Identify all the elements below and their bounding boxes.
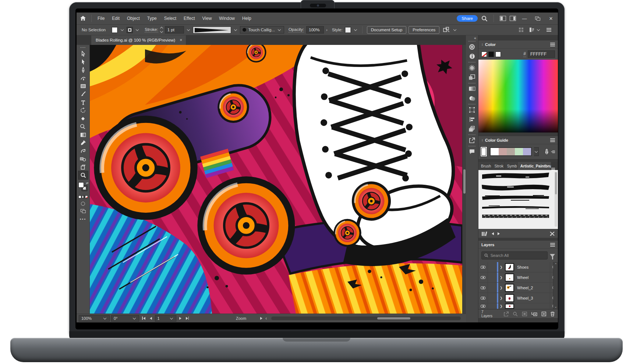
workspace-switcher-icon[interactable] xyxy=(510,16,516,21)
layer-thumbnail[interactable] xyxy=(505,284,514,292)
type-tool[interactable] xyxy=(78,98,88,106)
blend-tool[interactable] xyxy=(78,147,88,155)
pen-tool[interactable] xyxy=(78,66,88,74)
info-panel-icon[interactable] xyxy=(467,52,478,61)
layer-name[interactable]: Shoes xyxy=(517,265,550,269)
eyedropper-tool[interactable] xyxy=(78,139,88,147)
eraser-tool[interactable] xyxy=(78,114,88,123)
visibility-eye-icon[interactable] xyxy=(481,276,485,279)
direct-selection-tool[interactable] xyxy=(78,58,88,66)
menu-window[interactable]: Window xyxy=(215,13,238,24)
brush-stroke-preview[interactable] xyxy=(481,172,550,180)
symbol-sprayer-tool[interactable] xyxy=(78,155,88,163)
layers-scrollbar[interactable]: ⌃⌄ xyxy=(553,262,558,309)
next-brush-icon[interactable] xyxy=(498,232,500,235)
close-button[interactable]: ✕ xyxy=(546,14,556,22)
new-sublayer-icon[interactable] xyxy=(531,311,537,317)
visibility-eye-icon[interactable] xyxy=(481,297,485,300)
panel-menu-icon[interactable] xyxy=(550,140,555,141)
chevron-down-icon[interactable] xyxy=(136,28,139,31)
color-mode-trio[interactable] xyxy=(78,195,88,198)
width-profile-preview[interactable] xyxy=(193,26,231,33)
restore-button[interactable] xyxy=(533,14,542,22)
menu-file[interactable]: File xyxy=(94,13,108,24)
lock-cell[interactable] xyxy=(488,283,497,293)
layer-row-shoes[interactable]: ❯ Shoes xyxy=(478,262,558,272)
selection-tool[interactable] xyxy=(78,50,88,58)
style-swatch[interactable] xyxy=(345,27,351,33)
expand-chevron-icon[interactable]: ❯ xyxy=(500,304,505,308)
pathfinder-panel-icon[interactable] xyxy=(467,73,478,82)
hex-value-field[interactable]: FFFFFF xyxy=(528,50,555,58)
layer-row-wheel[interactable]: ❯ Wheel xyxy=(478,272,558,283)
layer-name[interactable]: Wheel_3 xyxy=(517,296,550,300)
stroke-label[interactable]: Stroke: xyxy=(145,27,158,32)
next-artboard-button[interactable] xyxy=(178,317,183,320)
edit-toolbar-button[interactable]: ••• xyxy=(80,217,86,221)
export-panel-icon[interactable] xyxy=(467,135,478,145)
canvas-vertical-scrollbar[interactable] xyxy=(462,45,466,314)
brush-definition-dropdown[interactable]: Touch Callig... xyxy=(240,26,284,33)
curvature-tool[interactable] xyxy=(78,74,88,82)
harmony-swatch[interactable] xyxy=(523,148,531,155)
home-button[interactable] xyxy=(77,13,89,24)
scrollbar-thumb[interactable] xyxy=(377,317,410,319)
toolbar-drag-handle[interactable]: •••• xyxy=(80,46,86,49)
fill-color-proxy[interactable] xyxy=(78,182,84,188)
visibility-eye-icon[interactable] xyxy=(481,286,485,289)
panel-menu-icon[interactable] xyxy=(550,244,555,245)
chevron-down-icon[interactable] xyxy=(354,28,357,31)
artboard-tool[interactable] xyxy=(78,163,88,171)
brush-stroke-preview[interactable] xyxy=(481,204,550,210)
last-artboard-button[interactable] xyxy=(184,317,191,320)
make-clipping-mask-icon[interactable] xyxy=(522,311,527,317)
swap-fill-stroke-icon[interactable]: ⇄ xyxy=(86,181,89,185)
none-icon[interactable] xyxy=(85,195,88,198)
color-panel-header[interactable]: ↕ Color xyxy=(478,40,558,49)
zoom-level-dropdown[interactable]: 100% xyxy=(79,315,110,322)
expand-chevron-icon[interactable]: ❯ xyxy=(500,286,505,290)
menu-effect[interactable]: Effect xyxy=(180,13,198,24)
align-panel-icon[interactable] xyxy=(467,114,478,124)
menu-help[interactable]: Help xyxy=(238,13,255,24)
tab-symbols[interactable]: Symb xyxy=(505,162,517,170)
hscroll-left-arrow[interactable]: ‹ xyxy=(265,316,267,321)
search-icon[interactable] xyxy=(481,15,488,22)
shape-builder-tool[interactable] xyxy=(78,123,88,131)
harmony-swatches[interactable] xyxy=(490,147,532,156)
brush-stroke-preview[interactable] xyxy=(481,213,550,220)
arrange-panel-icon[interactable] xyxy=(467,124,478,134)
layer-thumbnail[interactable] xyxy=(505,304,514,309)
layers-panel-header[interactable]: Layers xyxy=(478,241,558,249)
gradient-icon[interactable] xyxy=(82,195,85,198)
close-tab-icon[interactable]: × xyxy=(180,38,182,43)
harmony-rules-dropdown[interactable] xyxy=(534,147,539,156)
layer-thumbnail[interactable] xyxy=(505,294,514,302)
document-tab[interactable]: Blades Rolling.ai @ 100 % (RGB/Preview) … xyxy=(91,35,186,45)
tab-artistic-paintbrush[interactable]: Artistic_Paintbrush xyxy=(518,162,551,170)
menu-type[interactable]: Type xyxy=(144,13,160,24)
stroke-swatch[interactable] xyxy=(127,27,133,33)
color-guide-panel-header[interactable]: ↕ Color Guide xyxy=(478,136,558,144)
brush-stroke-preview[interactable] xyxy=(481,183,550,191)
tab-brushes[interactable]: Brush xyxy=(478,162,492,170)
gradient-tool[interactable] xyxy=(78,131,88,139)
brush-libraries-icon[interactable] xyxy=(481,231,488,236)
previous-brush-icon[interactable] xyxy=(492,232,494,235)
save-to-swatches-icon[interactable] xyxy=(551,149,555,155)
locate-object-icon[interactable] xyxy=(513,311,518,317)
expand-chevron-icon[interactable]: ❯ xyxy=(500,276,505,279)
previous-artboard-button[interactable] xyxy=(148,317,153,320)
panel-menu-icon[interactable] xyxy=(550,44,555,45)
gradient-panel-icon[interactable] xyxy=(467,84,478,93)
menu-edit[interactable]: Edit xyxy=(108,13,123,24)
collapse-panel-icon[interactable]: ↕ xyxy=(481,42,483,46)
transparency-panel-icon[interactable] xyxy=(467,93,478,103)
preferences-button[interactable]: Preferences xyxy=(409,26,439,34)
stroke-weight-stepper[interactable] xyxy=(160,27,163,32)
paintbrush-tool[interactable] xyxy=(78,90,88,98)
layer-row-wheel-3[interactable]: ❯ Wheel_3 xyxy=(478,293,558,303)
transform-panel-icon[interactable] xyxy=(467,105,478,114)
rotation-dropdown[interactable]: 0° xyxy=(111,315,139,322)
harmony-swatch[interactable] xyxy=(507,148,515,155)
